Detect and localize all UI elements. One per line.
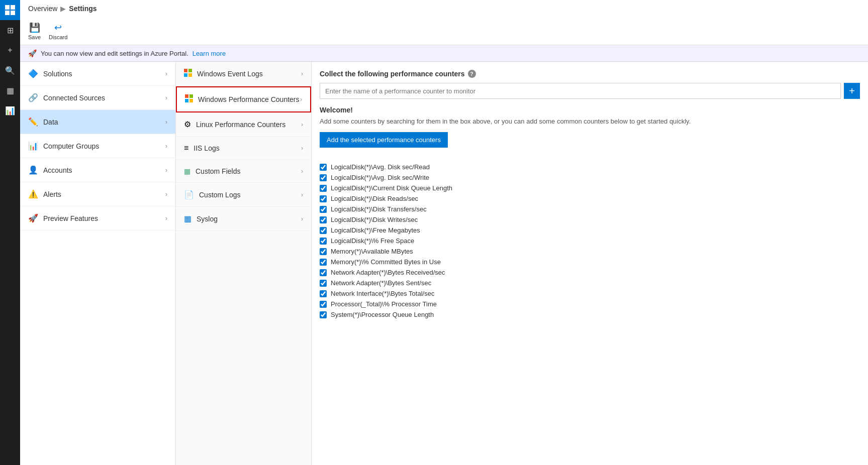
home-nav-icon[interactable]: ⊞ xyxy=(0,20,20,40)
counter-item: LogicalDisk(*)\Disk Writes/sec xyxy=(320,214,860,225)
connected-sources-icon: 🔗 xyxy=(28,93,38,102)
custom-fields-icon: ▦ xyxy=(184,167,190,175)
help-icon[interactable]: ? xyxy=(468,70,476,78)
counter-item: System(*)\Processor Queue Length xyxy=(320,309,860,320)
svg-rect-9 xyxy=(189,94,193,98)
sub-nav-iis-logs[interactable]: ≡ IIS Logs › xyxy=(176,137,311,160)
counter-item: LogicalDisk(*)\Disk Transfers/sec xyxy=(320,204,860,214)
counter-item: Network Interface(*)\Bytes Total/sec xyxy=(320,288,860,299)
syslog-label: Syslog xyxy=(197,215,218,223)
content-area: 🔷 Solutions › 🔗 Connected Sources › ✏️ D… xyxy=(20,62,868,465)
svg-rect-7 xyxy=(188,73,192,77)
counter-checkbox-7[interactable] xyxy=(320,238,327,245)
computer-groups-chevron: › xyxy=(165,143,167,150)
accounts-icon: 👤 xyxy=(28,165,38,175)
connected-sources-chevron: › xyxy=(165,94,167,101)
save-button[interactable]: 💾 Save xyxy=(28,22,41,40)
windows-event-logs-chevron: › xyxy=(301,70,303,77)
counter-item: LogicalDisk(*)\Free Megabytes xyxy=(320,225,860,236)
linux-performance-counters-label: Linux Performance Counters xyxy=(196,121,285,129)
nav-item-data[interactable]: ✏️ Data › xyxy=(20,110,175,134)
solutions-icon: 🔷 xyxy=(28,69,38,78)
windows-performance-counters-chevron: › xyxy=(300,96,302,103)
linux-performance-counters-chevron: › xyxy=(301,121,303,128)
counter-label-2: LogicalDisk(*)\Current Disk Queue Length xyxy=(331,184,452,192)
custom-fields-label: Custom Fields xyxy=(196,167,240,175)
counter-checkbox-10[interactable] xyxy=(320,269,327,276)
chart-nav-icon[interactable]: 📊 xyxy=(0,100,20,121)
nav-item-connected-sources[interactable]: 🔗 Connected Sources › xyxy=(20,86,175,110)
counter-checkbox-4[interactable] xyxy=(320,206,327,213)
nav-item-computer-groups[interactable]: 📊 Computer Groups › xyxy=(20,134,175,158)
counter-label-12: Network Interface(*)\Bytes Total/sec xyxy=(331,290,434,297)
sub-nav-custom-fields[interactable]: ▦ Custom Fields › xyxy=(176,160,311,183)
sub-nav-custom-logs[interactable]: 📄 Custom Logs › xyxy=(176,183,311,207)
counter-checkbox-3[interactable] xyxy=(320,195,327,202)
counter-label-10: Network Adapter(*)\Bytes Received/sec xyxy=(331,269,445,276)
counter-checkbox-2[interactable] xyxy=(320,185,327,192)
syslog-icon: ▦ xyxy=(184,214,191,223)
counter-item: Network Adapter(*)\Bytes Sent/sec xyxy=(320,278,860,288)
search-row: + xyxy=(320,83,860,99)
counter-checkbox-6[interactable] xyxy=(320,227,327,234)
nav-item-accounts[interactable]: 👤 Accounts › xyxy=(20,158,175,182)
preview-features-icon: 🚀 xyxy=(28,213,38,223)
computer-groups-icon: 📊 xyxy=(28,141,38,151)
nav-item-alerts[interactable]: ⚠️ Alerts › xyxy=(20,182,175,206)
iis-logs-icon: ≡ xyxy=(184,144,188,153)
add-nav-icon[interactable]: + xyxy=(0,40,20,60)
counter-label-14: System(*)\Processor Queue Length xyxy=(331,311,434,318)
windows-performance-counters-label: Windows Performance Counters xyxy=(198,95,300,103)
windows-event-logs-label: Windows Event Logs xyxy=(197,70,263,78)
alerts-chevron: › xyxy=(165,191,167,198)
svg-rect-10 xyxy=(185,99,188,102)
sub-nav-windows-performance-counters[interactable]: Windows Performance Counters › xyxy=(176,86,311,112)
preview-features-label: Preview Features xyxy=(43,214,98,222)
welcome-text: Add some counters by searching for them … xyxy=(320,117,860,126)
counter-checkbox-0[interactable] xyxy=(320,164,327,171)
counter-label-1: LogicalDisk(*)\Avg. Disk sec/Write xyxy=(331,174,429,181)
counter-label-6: LogicalDisk(*)\Free Megabytes xyxy=(331,226,420,234)
toolbar: 💾 Save ↩ Discard xyxy=(28,22,860,40)
discard-button[interactable]: ↩ Discard xyxy=(49,22,67,40)
counter-item: LogicalDisk(*)\% Free Space xyxy=(320,236,860,246)
custom-logs-icon: 📄 xyxy=(184,190,194,199)
counter-checkbox-5[interactable] xyxy=(320,216,327,223)
activity-bar: ⊞ + 🔍 ▦ 📊 xyxy=(0,0,20,465)
sub-nav-syslog[interactable]: ▦ Syslog › xyxy=(176,207,311,231)
learn-more-link[interactable]: Learn more xyxy=(192,50,226,57)
sub-nav-linux-performance-counters[interactable]: ⚙ Linux Performance Counters › xyxy=(176,112,311,137)
counter-checkbox-14[interactable] xyxy=(320,311,327,318)
search-nav-icon[interactable]: 🔍 xyxy=(0,60,20,80)
sub-nav-windows-event-logs[interactable]: Windows Event Logs › xyxy=(176,62,311,86)
data-icon: ✏️ xyxy=(28,117,38,127)
dashboard-nav-icon[interactable]: ▦ xyxy=(0,80,20,100)
linux-performance-counters-icon: ⚙ xyxy=(184,120,191,129)
counter-search-input[interactable] xyxy=(320,83,841,99)
counter-label-4: LogicalDisk(*)\Disk Transfers/sec xyxy=(331,205,427,213)
accounts-label: Accounts xyxy=(43,166,72,174)
counter-checkbox-13[interactable] xyxy=(320,301,327,308)
counter-checkbox-11[interactable] xyxy=(320,280,327,287)
counter-item: Processor(_Total)\% Processor Time xyxy=(320,299,860,309)
breadcrumb-overview[interactable]: Overview xyxy=(28,5,57,13)
counter-checkbox-1[interactable] xyxy=(320,174,327,181)
counter-label-8: Memory(*)\Available MBytes xyxy=(331,248,413,255)
add-counter-button[interactable]: + xyxy=(844,83,860,99)
counter-checkbox-8[interactable] xyxy=(320,248,327,255)
add-selected-button[interactable]: Add the selected performance counters xyxy=(320,132,448,148)
counter-label-7: LogicalDisk(*)\% Free Space xyxy=(331,237,414,245)
solutions-chevron: › xyxy=(165,70,167,77)
counter-label-11: Network Adapter(*)\Bytes Sent/sec xyxy=(331,279,431,287)
alerts-icon: ⚠️ xyxy=(28,189,38,199)
counter-item: LogicalDisk(*)\Disk Reads/sec xyxy=(320,193,860,204)
rocket-icon: 🚀 xyxy=(28,49,37,57)
nav-item-solutions[interactable]: 🔷 Solutions › xyxy=(20,62,175,86)
svg-rect-4 xyxy=(184,69,187,72)
counter-checkbox-9[interactable] xyxy=(320,259,327,266)
nav-item-preview-features[interactable]: 🚀 Preview Features › xyxy=(20,206,175,230)
counter-checkbox-12[interactable] xyxy=(320,290,327,297)
counter-label-0: LogicalDisk(*)\Avg. Disk sec/Read xyxy=(331,163,430,171)
svg-rect-5 xyxy=(188,69,192,72)
windows-event-logs-icon xyxy=(184,69,192,79)
